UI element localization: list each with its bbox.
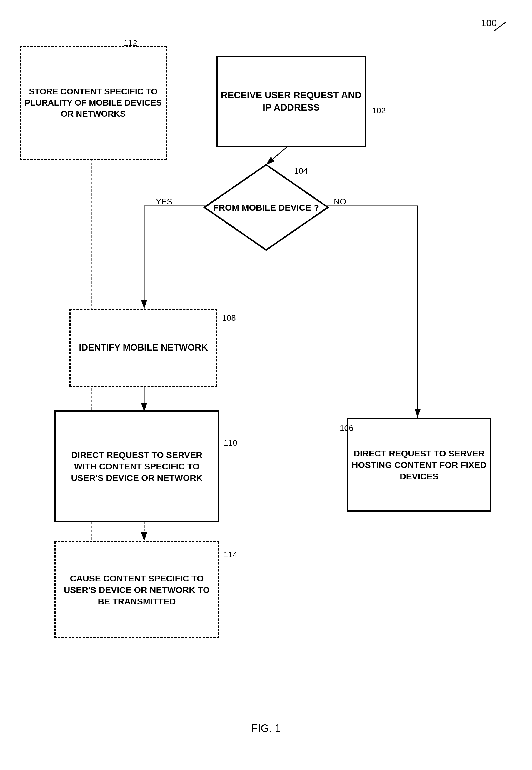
ref-100: 100 bbox=[481, 18, 497, 29]
diamond-from-mobile: FROM MOBILE DEVICE ? bbox=[203, 163, 329, 251]
no-label: NO bbox=[334, 197, 346, 206]
direct-request-fixed-box: DIRECT REQUEST TO SERVER HOSTING CONTENT… bbox=[347, 418, 491, 512]
diagram-container: 100 STORE CONTENT SPECIFIC TO PLURALITY … bbox=[0, 0, 532, 770]
ref-106: 106 bbox=[340, 424, 353, 433]
ref-102: 102 bbox=[372, 106, 386, 115]
ref-110: 110 bbox=[224, 438, 237, 448]
store-content-box: STORE CONTENT SPECIFIC TO PLURALITY OF M… bbox=[20, 46, 167, 160]
ref-108: 108 bbox=[222, 313, 236, 323]
diamond-label: FROM MOBILE DEVICE ? bbox=[213, 202, 319, 213]
svg-line-2 bbox=[266, 144, 290, 165]
figure-label: FIG. 1 bbox=[251, 722, 281, 735]
ref-112: 112 bbox=[124, 38, 137, 48]
identify-network-box: IDENTIFY MOBILE NETWORK bbox=[69, 309, 217, 387]
direct-request-mobile-box: DIRECT REQUEST TO SERVER WITH CONTENT SP… bbox=[54, 410, 219, 522]
yes-label: YES bbox=[156, 197, 172, 206]
receive-request-box: RECEIVE USER REQUEST AND IP ADDRESS bbox=[216, 56, 366, 147]
ref-114: 114 bbox=[224, 550, 237, 559]
cause-content-box: CAUSE CONTENT SPECIFIC TO USER'S DEVICE … bbox=[54, 541, 219, 638]
ref-104: 104 bbox=[294, 166, 308, 176]
